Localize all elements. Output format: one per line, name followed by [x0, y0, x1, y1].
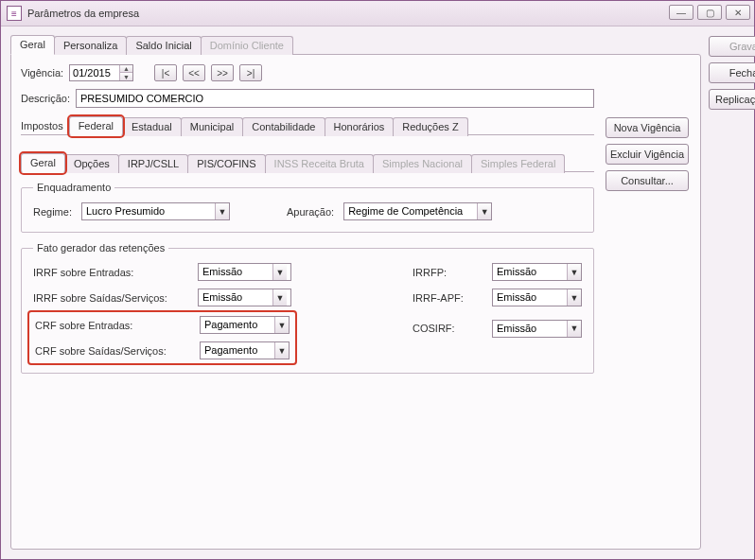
irrf-entradas-value: Emissão [199, 264, 272, 280]
crf-entradas-label: CRF sobre Entradas: [35, 320, 177, 331]
apuracao-select[interactable]: Regime de Competência ▼ [343, 202, 492, 220]
descricao-input[interactable] [76, 89, 594, 108]
impostos-tab-federal[interactable]: Federal [69, 116, 123, 136]
nav-first-button[interactable]: |< [154, 64, 177, 81]
irrf-saidas-value: Emissão [199, 289, 272, 306]
spinner-up-icon[interactable]: ▲ [120, 65, 132, 73]
federal-subtab-inss-receita: INSS Receita Bruta [265, 154, 374, 173]
irrfp-select[interactable]: Emissão ▼ [492, 263, 582, 281]
regime-value: Lucro Presumido [82, 203, 215, 219]
excluir-vigencia-button[interactable]: Excluir Vigência [606, 144, 689, 165]
nav-prev-button[interactable]: << [183, 64, 205, 81]
crf-highlight-block: CRF sobre Entradas: Pagamento ▼ CRF sobr… [33, 314, 291, 361]
titlebar: ≡ Parâmetros da empresa — ▢ ✕ [1, 1, 754, 26]
apuracao-label: Apuração: [287, 206, 334, 218]
spinner-down-icon[interactable]: ▼ [120, 73, 132, 80]
fato-gerador-group: Fato gerador das retenções IRRF sobre En… [21, 242, 594, 374]
chevron-down-icon[interactable]: ▼ [272, 289, 287, 306]
federal-subtab-opcoes[interactable]: Opções [64, 154, 119, 173]
crf-entradas-value: Pagamento [201, 317, 274, 333]
crf-red-box: CRF sobre Entradas: Pagamento ▼ CRF sobr… [27, 310, 297, 365]
cosirf-select[interactable]: Emissão ▼ [492, 320, 582, 338]
fechar-button[interactable]: Fechar [709, 62, 755, 83]
inner-content: Vigência: ▲ ▼ |< << >> >| [21, 64, 691, 374]
irrf-entradas-label: IRRF sobre Entradas: [33, 267, 175, 278]
replicangle-button[interactable]: Replicação... [709, 89, 755, 110]
nav-next-button[interactable]: >> [211, 64, 234, 81]
close-button[interactable]: ✕ [726, 5, 750, 20]
tab-personaliza[interactable]: Personaliza [54, 36, 127, 55]
irrf-apf-select[interactable]: Emissão ▼ [492, 289, 582, 306]
impostos-tab-reducoes-z[interactable]: Reduções Z [393, 117, 467, 136]
regime-select[interactable]: Lucro Presumido ▼ [81, 202, 230, 220]
fato-gerador-legend: Fato gerador das retenções [33, 242, 168, 254]
vigencia-input[interactable] [70, 65, 119, 80]
nav-last-button[interactable]: >| [239, 64, 262, 81]
window-controls: — ▢ ✕ [669, 5, 750, 20]
chevron-down-icon[interactable]: ▼ [477, 203, 491, 219]
irrfp-label: IRRFP: [413, 267, 469, 278]
tab-geral-frame: Vigência: ▲ ▼ |< << >> >| [10, 54, 701, 550]
vigencia-label: Vigência: [21, 67, 63, 79]
main-panel: Geral Personaliza Saldo Inicial Domínio … [10, 34, 701, 550]
crf-saidas-value: Pagamento [201, 342, 274, 359]
chevron-down-icon[interactable]: ▼ [272, 264, 287, 280]
apuracao-value: Regime de Competência [344, 203, 477, 219]
tab-geral[interactable]: Geral [10, 35, 55, 55]
consultar-button[interactable]: Consultar... [606, 170, 689, 191]
federal-subtab-irpj-csll[interactable]: IRPJ/CSLL [118, 154, 188, 173]
impostos-label: Impostos [21, 120, 63, 131]
right-buttons: Gravar Fechar Replicação... [709, 34, 755, 550]
chevron-down-icon[interactable]: ▼ [274, 342, 289, 359]
enquadramento-group: Enquadramento Regime: Lucro Presumido ▼ … [21, 182, 594, 233]
chevron-down-icon[interactable]: ▼ [215, 203, 229, 219]
federal-subtab-simples-nacional: Simples Nacional [373, 154, 472, 173]
impostos-tab-municipal[interactable]: Municipal [181, 117, 243, 136]
fato-grid: IRRF sobre Entradas: Emissão ▼ IRRFP: Em… [33, 263, 582, 361]
regime-label: Regime: [33, 206, 72, 218]
irrf-saidas-label: IRRF sobre Saídas/Serviços: [33, 292, 175, 304]
chevron-down-icon[interactable]: ▼ [567, 264, 581, 280]
irrf-entradas-select[interactable]: Emissão ▼ [198, 263, 291, 281]
irrf-apf-label: IRRF-APF: [413, 292, 469, 304]
chevron-down-icon[interactable]: ▼ [567, 289, 581, 306]
enquadramento-legend: Enquadramento [33, 182, 114, 193]
minimize-button[interactable]: — [669, 5, 694, 20]
client-area: Geral Personaliza Saldo Inicial Domínio … [1, 26, 754, 559]
crf-saidas-select[interactable]: Pagamento ▼ [200, 341, 290, 359]
descricao-row: Descrição: [21, 89, 594, 108]
tab-dominio-cliente: Domínio Cliente [201, 36, 293, 55]
crf-entradas-select[interactable]: Pagamento ▼ [200, 316, 290, 334]
vigencia-row: Vigência: ▲ ▼ |< << >> >| [21, 64, 594, 81]
chevron-down-icon[interactable]: ▼ [567, 321, 581, 337]
irrf-apf-value: Emissão [493, 289, 567, 306]
impostos-tab-honorarios[interactable]: Honorários [325, 117, 395, 136]
irrfp-value: Emissão [493, 264, 567, 280]
spinner-arrows: ▲ ▼ [119, 65, 132, 80]
impostos-row: Impostos Federal Estadual Municipal Cont… [21, 115, 594, 135]
app-window: ≡ Parâmetros da empresa — ▢ ✕ Geral Pers… [0, 0, 755, 560]
main-tabstrip: Geral Personaliza Saldo Inicial Domínio … [10, 34, 701, 54]
cosirf-value: Emissão [493, 321, 567, 337]
federal-subtab-simples-federal: Simples Federal [471, 154, 565, 173]
chevron-down-icon[interactable]: ▼ [274, 317, 289, 333]
federal-subtabs: Geral Opções IRPJ/CSLL PIS/COFINS INSS R… [21, 152, 594, 172]
crf-saidas-label: CRF sobre Saídas/Serviços: [35, 345, 177, 357]
app-icon: ≡ [7, 6, 22, 21]
nova-vigencia-button[interactable]: Nova Vigência [606, 117, 689, 138]
federal-subtab-geral[interactable]: Geral [21, 153, 65, 173]
irrf-saidas-select[interactable]: Emissão ▼ [198, 289, 291, 306]
impostos-tab-contabilidade[interactable]: Contabilidade [242, 117, 325, 136]
maximize-button[interactable]: ▢ [697, 5, 722, 20]
descricao-label: Descrição: [21, 93, 70, 104]
tab-saldo-inicial[interactable]: Saldo Inicial [126, 36, 201, 55]
gravar-button[interactable]: Gravar [709, 36, 755, 57]
federal-subtab-pis-cofins[interactable]: PIS/COFINS [187, 154, 265, 173]
vigencia-spinner[interactable]: ▲ ▼ [69, 64, 133, 81]
vigencia-side-buttons: Nova Vigência Excluir Vigência Consultar… [606, 117, 689, 191]
impostos-tab-estadual[interactable]: Estadual [122, 117, 182, 136]
window-title: Parâmetros da empresa [27, 8, 139, 19]
cosirf-label: COSIRF: [413, 323, 469, 334]
